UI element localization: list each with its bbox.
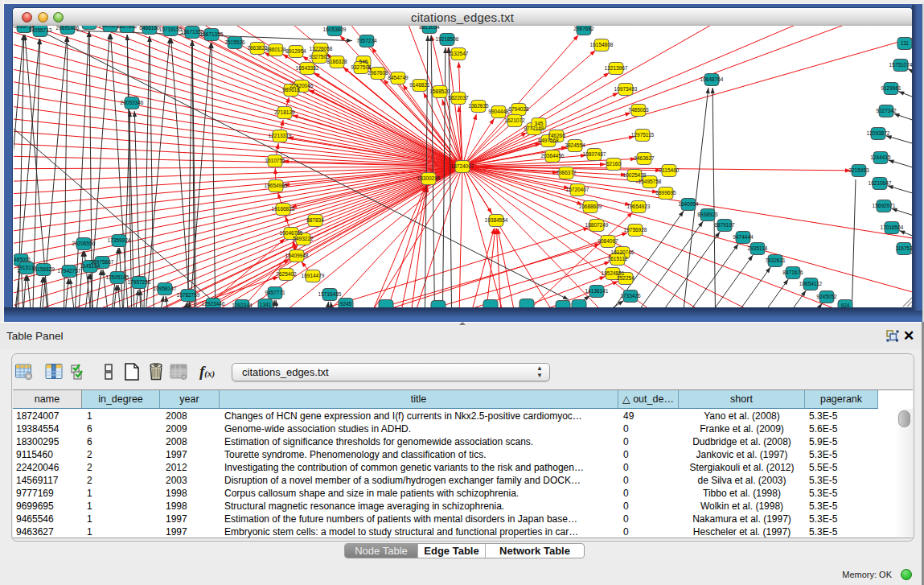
svg-text:18807249: 18807249 bbox=[585, 222, 609, 228]
svg-text:1640954: 1640954 bbox=[678, 201, 699, 207]
svg-text:887834: 887834 bbox=[306, 217, 324, 223]
svg-text:116753: 116753 bbox=[895, 245, 912, 251]
svg-text:10654112: 10654112 bbox=[799, 281, 823, 286]
svg-text:14055713: 14055713 bbox=[29, 27, 52, 33]
svg-text:989618: 989618 bbox=[282, 87, 300, 93]
svg-text:6794028: 6794028 bbox=[508, 106, 529, 112]
svg-text:1132547: 1132547 bbox=[449, 51, 469, 56]
svg-text:10046785: 10046785 bbox=[280, 230, 303, 236]
svg-text:6497568: 6497568 bbox=[538, 138, 559, 143]
svg-text:8454749: 8454749 bbox=[388, 75, 409, 80]
svg-text:7625402: 7625402 bbox=[276, 271, 297, 277]
svg-text:9327508: 9327508 bbox=[351, 64, 372, 70]
svg-text:10973493: 10973493 bbox=[614, 86, 638, 92]
svg-text:9777169: 9777169 bbox=[524, 126, 544, 131]
svg-text:746266: 746266 bbox=[548, 133, 565, 138]
svg-text:20206556: 20206556 bbox=[72, 241, 96, 246]
svg-text:14136141: 14136141 bbox=[585, 288, 609, 294]
svg-text:7632621: 7632621 bbox=[765, 257, 786, 263]
svg-text:10807487: 10807487 bbox=[583, 151, 606, 157]
svg-text:20691406: 20691406 bbox=[56, 26, 80, 31]
svg-text:16914479: 16914479 bbox=[302, 273, 325, 278]
svg-text:20364456: 20364456 bbox=[541, 153, 565, 159]
svg-text:546: 546 bbox=[359, 59, 368, 64]
svg-text:5493222: 5493222 bbox=[293, 236, 314, 241]
svg-text:13226058: 13226058 bbox=[310, 46, 333, 51]
svg-text:12093872: 12093872 bbox=[867, 130, 890, 136]
svg-text:19654923: 19654923 bbox=[627, 204, 651, 209]
svg-text:5822037: 5822037 bbox=[448, 95, 469, 101]
svg-text:9245052: 9245052 bbox=[816, 294, 837, 299]
svg-text:12975115: 12975115 bbox=[631, 132, 655, 138]
svg-text:10648764: 10648764 bbox=[700, 76, 724, 82]
svg-text:17942757: 17942757 bbox=[58, 268, 81, 274]
svg-text:12213319: 12213319 bbox=[269, 133, 292, 138]
svg-text:6899695: 6899695 bbox=[655, 190, 676, 196]
svg-text:15692971: 15692971 bbox=[873, 203, 896, 208]
svg-text:16543382: 16543382 bbox=[296, 65, 319, 71]
svg-text:111: 111 bbox=[901, 40, 909, 46]
svg-text:16782759: 16782759 bbox=[177, 292, 200, 298]
svg-text:2935114: 2935114 bbox=[748, 245, 768, 251]
svg-text:16671355: 16671355 bbox=[200, 31, 224, 37]
svg-text:16154808: 16154808 bbox=[590, 42, 614, 47]
svg-text:9084067: 9084067 bbox=[598, 238, 618, 244]
svg-text:10958147: 10958147 bbox=[154, 286, 177, 291]
svg-text:1615112: 1615112 bbox=[608, 256, 628, 262]
svg-text:19384554: 19384554 bbox=[485, 217, 508, 223]
svg-text:924: 924 bbox=[841, 303, 850, 307]
svg-text:6466160: 6466160 bbox=[139, 26, 160, 31]
svg-text:10025438: 10025438 bbox=[623, 172, 647, 178]
svg-text:15751074: 15751074 bbox=[889, 62, 912, 68]
svg-text:1610755: 1610755 bbox=[265, 158, 285, 163]
svg-text:10688609: 10688609 bbox=[579, 204, 602, 209]
svg-text:1341: 1341 bbox=[260, 302, 272, 307]
svg-text:9463627: 9463627 bbox=[634, 155, 655, 161]
svg-text:19654985: 19654985 bbox=[265, 183, 288, 188]
svg-text:1362635: 1362635 bbox=[468, 103, 489, 109]
svg-text:2987682: 2987682 bbox=[573, 26, 594, 31]
svg-text:9474444: 9474444 bbox=[733, 234, 754, 240]
svg-text:17957253: 17957253 bbox=[128, 279, 151, 285]
svg-text:9245: 9245 bbox=[340, 301, 352, 307]
svg-text:15409948: 15409948 bbox=[285, 253, 309, 258]
svg-text:8813054: 8813054 bbox=[419, 26, 440, 30]
svg-text:17016504: 17016504 bbox=[881, 225, 904, 230]
svg-text:252254: 252254 bbox=[617, 275, 634, 281]
svg-text:6879197: 6879197 bbox=[714, 222, 735, 228]
svg-text:16210647: 16210647 bbox=[869, 180, 892, 186]
svg-text:9227342: 9227342 bbox=[876, 108, 897, 113]
svg-text:1733426: 1733426 bbox=[620, 293, 641, 299]
svg-text:15716485: 15716485 bbox=[318, 291, 342, 297]
svg-text:9115460: 9115460 bbox=[659, 167, 680, 173]
svg-text:3824554: 3824554 bbox=[565, 142, 585, 148]
svg-text:30975867: 30975867 bbox=[91, 259, 114, 265]
svg-text:1527602: 1527602 bbox=[117, 26, 138, 29]
svg-text:7515526: 7515526 bbox=[224, 39, 245, 45]
svg-text:9146821: 9146821 bbox=[409, 82, 430, 88]
svg-text:19166825: 19166825 bbox=[272, 206, 295, 212]
svg-text:9129961: 9129961 bbox=[881, 85, 901, 91]
svg-text:1244415: 1244415 bbox=[870, 154, 891, 160]
svg-text:7485063: 7485063 bbox=[628, 107, 649, 113]
svg-text:3215953: 3215953 bbox=[848, 167, 869, 173]
svg-text:345: 345 bbox=[535, 121, 544, 126]
svg-text:19756928: 19756928 bbox=[624, 227, 647, 233]
svg-text:2718129: 2718129 bbox=[274, 109, 295, 115]
svg-text:2967608: 2967608 bbox=[368, 70, 388, 76]
svg-text:9860124: 9860124 bbox=[265, 47, 286, 52]
svg-text:9457771: 9457771 bbox=[265, 290, 285, 295]
svg-text:1292344: 1292344 bbox=[232, 303, 253, 307]
svg-text:7663822: 7663822 bbox=[247, 45, 268, 51]
svg-text:16053809: 16053809 bbox=[323, 27, 347, 32]
svg-text:9904448: 9904448 bbox=[488, 109, 509, 114]
svg-text:18300295: 18300295 bbox=[417, 175, 441, 181]
svg-text:8938923: 8938923 bbox=[697, 212, 718, 217]
svg-text:7357234: 7357234 bbox=[356, 38, 377, 43]
svg-text:7986372: 7986372 bbox=[556, 170, 577, 175]
svg-text:8186328: 8186328 bbox=[326, 59, 347, 64]
svg-text:12923446: 12923446 bbox=[202, 301, 225, 307]
svg-text:1588520: 1588520 bbox=[429, 89, 450, 94]
svg-text:1485001: 1485001 bbox=[14, 257, 31, 262]
svg-text:1621072: 1621072 bbox=[504, 117, 525, 123]
